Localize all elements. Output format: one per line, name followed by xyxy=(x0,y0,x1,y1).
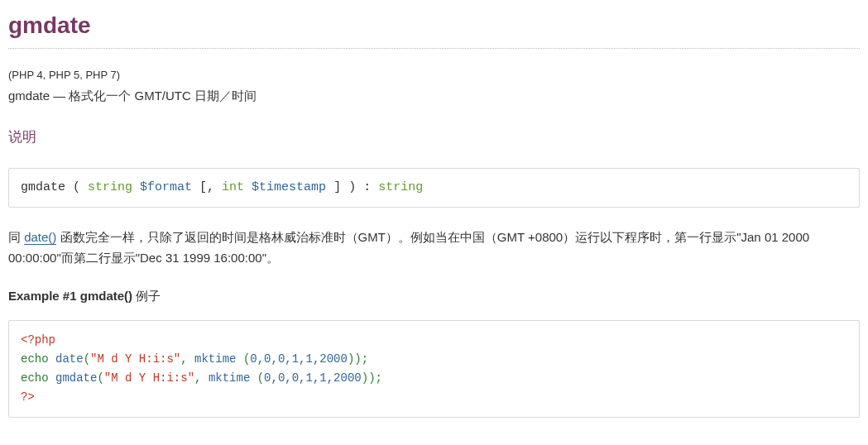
fn-mktime-2: mktime xyxy=(209,371,250,385)
example-label: Example #1 gmdate() xyxy=(8,289,136,303)
args-2: 0,0,0,1,1,2000 xyxy=(264,371,362,385)
kw-echo-2: echo xyxy=(21,371,49,385)
php-close-tag: ?> xyxy=(21,390,35,404)
syn-sep: [, xyxy=(192,180,222,194)
str-fmt-1: "M d Y H:i:s" xyxy=(90,352,180,366)
paren: ( xyxy=(257,371,264,385)
date-function-link[interactable]: date() xyxy=(24,230,56,245)
comma: , xyxy=(180,352,194,366)
title-divider xyxy=(8,48,860,49)
example-title: Example #1 gmdate() 例子 xyxy=(8,287,860,306)
syn-param2: $timestamp xyxy=(244,180,326,194)
paren: ( xyxy=(84,352,90,366)
page-title: gmdate xyxy=(8,8,860,43)
para-after: 函数完全一样，只除了返回的时间是格林威治标准时（GMT）。例如当在中国（GMT … xyxy=(8,230,809,265)
php-open-tag: <?php xyxy=(21,333,55,347)
syn-type1: string xyxy=(88,180,132,194)
paren: )); xyxy=(362,371,382,385)
section-description-title: 说明 xyxy=(8,127,860,148)
syn-close: ] ) : xyxy=(326,180,378,194)
paren: )); xyxy=(348,352,368,366)
syn-ret: string xyxy=(378,180,423,194)
method-synopsis: gmdate ( string $format [, int $timestam… xyxy=(8,168,860,208)
ref-purpose: gmdate — 格式化一个 GMT/UTC 日期／时间 xyxy=(8,87,860,106)
str-fmt-2: "M d Y H:i:s" xyxy=(104,371,194,385)
version-info: (PHP 4, PHP 5, PHP 7) xyxy=(8,67,860,84)
para-before: 同 xyxy=(8,230,24,244)
comma: , xyxy=(194,371,209,385)
syn-param1: $format xyxy=(132,180,192,194)
paren: ( xyxy=(97,371,103,385)
kw-echo-1: echo xyxy=(21,352,49,366)
code-example: <?php echo date("M d Y H:i:s", mktime (0… xyxy=(8,320,860,418)
method-name: gmdate xyxy=(21,180,65,194)
fn-gmdate: gmdate xyxy=(55,371,97,385)
syn-type2: int xyxy=(222,180,244,194)
fn-date: date xyxy=(55,352,84,366)
args-1: 0,0,0,1,1,2000 xyxy=(250,352,348,366)
description-paragraph: 同 date() 函数完全一样，只除了返回的时间是格林威治标准时（GMT）。例如… xyxy=(8,227,860,269)
fn-mktime-1: mktime xyxy=(194,352,236,366)
syn-open: ( xyxy=(65,180,88,194)
example-suffix: 例子 xyxy=(136,289,161,303)
